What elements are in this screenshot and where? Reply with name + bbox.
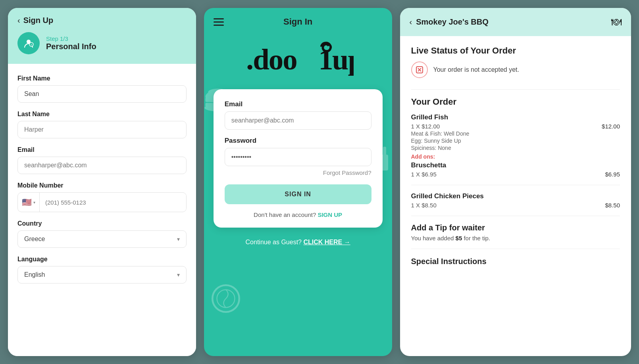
- deco-plate-icon: [208, 281, 244, 316]
- guest-link[interactable]: CLICK HERE →: [303, 239, 350, 245]
- item-price: $8.50: [605, 202, 620, 209]
- flag-emoji: 🇺🇸: [22, 197, 32, 207]
- item-qty: 1 X $12.00: [411, 123, 440, 130]
- last-name-input[interactable]: [17, 121, 187, 138]
- back-arrow-icon: ‹: [17, 16, 20, 25]
- signup-header: ‹ Sign Up ? Step 1/3 Personal Info: [8, 8, 196, 64]
- order-item: Grilled Fish 1 X $12.00 $12.00 Meat & Fi…: [411, 113, 620, 178]
- language-label: Language: [17, 256, 187, 263]
- forgot-password-link[interactable]: Forgot Password?: [323, 169, 371, 176]
- order-back-row: ‹ Smokey Joe's BBQ: [410, 17, 489, 27]
- step-text: Step 1/3 Personal Info: [46, 35, 96, 51]
- password-field-label: Password: [225, 137, 371, 145]
- svg-text:up: up: [332, 43, 353, 76]
- language-chevron-icon: ▾: [177, 272, 180, 278]
- country-chevron-icon: ▾: [177, 236, 180, 242]
- item-meta: Egg: Sunny Side Up: [411, 138, 620, 144]
- signup-body: First Name Last Name Email Mobile Number…: [8, 64, 196, 356]
- live-status-title: Live Status of Your Order: [411, 46, 620, 56]
- tip-desc-text: You have added: [411, 235, 454, 241]
- email-label: Email: [17, 146, 187, 153]
- signup-back-label: Sign Up: [23, 16, 54, 25]
- back-row[interactable]: ‹ Sign Up: [17, 16, 187, 25]
- language-select[interactable]: English ▾: [17, 266, 187, 284]
- x-icon: [416, 66, 423, 74]
- tip-amount: $5: [456, 235, 462, 241]
- divider: [411, 89, 620, 90]
- first-name-input[interactable]: [17, 85, 187, 103]
- country-label: Country: [17, 220, 187, 227]
- divider: [411, 249, 620, 249]
- flag-chevron-icon: ▾: [33, 200, 35, 205]
- signup-redirect-link[interactable]: SIGN UP: [318, 211, 342, 218]
- tip-section: Add a Tip for waiter You have added $5 f…: [411, 223, 620, 241]
- language-value: English: [24, 271, 45, 278]
- status-message: Your order is not accepted yet.: [433, 66, 519, 73]
- item-meta: Spiciness: None: [411, 145, 620, 151]
- signin-panel: Sign In .doo 1 up Email Password Forgot …: [204, 8, 392, 356]
- hamburger-line: [214, 25, 224, 26]
- last-name-group: Last Name: [17, 111, 187, 138]
- special-instructions-title: Special Instructions: [411, 257, 620, 266]
- email-group: Email: [17, 146, 187, 174]
- signup-panel: ‹ Sign Up ? Step 1/3 Personal Info First…: [8, 8, 196, 356]
- phone-input[interactable]: [40, 194, 186, 211]
- order-header: ‹ Smokey Joe's BBQ 🍽: [400, 8, 631, 36]
- language-group: Language English ▾: [17, 256, 187, 284]
- mobile-group: Mobile Number 🇺🇸 ▾: [17, 182, 187, 212]
- addon-qty: 1 X $6.95: [411, 171, 437, 178]
- first-name-label: First Name: [17, 75, 187, 82]
- mobile-label: Mobile Number: [17, 182, 187, 189]
- first-name-group: First Name: [17, 75, 187, 103]
- guest-row: Continue as Guest? CLICK HERE →: [204, 239, 392, 250]
- status-icon: [411, 61, 428, 78]
- register-row: Don't have an account? SIGN UP: [225, 211, 371, 218]
- step-row: ? Step 1/3 Personal Info: [17, 32, 187, 54]
- addon-qty-price-row: 1 X $6.95 $6.95: [411, 171, 620, 178]
- signin-page-title: Sign In: [283, 17, 312, 27]
- forgot-password-row: Forgot Password?: [225, 169, 371, 176]
- email-field-label: Email: [225, 100, 371, 108]
- svg-rect-11: [383, 147, 386, 157]
- signin-card: Email Password Forgot Password? SIGN IN …: [214, 89, 383, 228]
- addon-price: $6.95: [605, 171, 620, 178]
- country-select[interactable]: Greece ▾: [17, 230, 187, 248]
- signin-password-input[interactable]: [225, 148, 371, 166]
- step-number: Step 1/3: [46, 35, 96, 42]
- status-row: Your order is not accepted yet.: [411, 61, 620, 78]
- hamburger-menu-button[interactable]: [214, 18, 224, 26]
- addons-label: Add ons:: [411, 153, 620, 160]
- hamburger-line: [214, 18, 224, 19]
- divider: [411, 185, 620, 185]
- item-name: Grilled Fish: [411, 113, 620, 121]
- order-item: Grilled Chicken Pieces 1 X $8.50 $8.50: [411, 192, 620, 209]
- phone-flag-selector[interactable]: 🇺🇸 ▾: [18, 193, 40, 212]
- no-account-text: Don't have an account?: [254, 211, 316, 218]
- signin-button[interactable]: SIGN IN: [225, 184, 371, 204]
- country-value: Greece: [24, 236, 45, 243]
- item-name: Grilled Chicken Pieces: [411, 192, 620, 200]
- step-icon: ?: [17, 32, 40, 54]
- item-meta: Meat & Fish: Well Done: [411, 130, 620, 137]
- svg-text:.doo: .doo: [246, 43, 296, 76]
- step-title: Personal Info: [46, 42, 96, 51]
- country-group: Country Greece ▾: [17, 220, 187, 248]
- order-dish-icon[interactable]: 🍽: [611, 16, 622, 28]
- email-input[interactable]: [17, 157, 187, 174]
- signin-topbar: Sign In: [204, 8, 392, 27]
- item-qty-price-row: 1 X $12.00 $12.00: [411, 123, 620, 130]
- logo-svg: .doo 1 up: [243, 40, 354, 77]
- order-panel: ‹ Smokey Joe's BBQ 🍽 Live Status of Your…: [400, 8, 631, 356]
- svg-text:?: ?: [31, 43, 33, 47]
- divider: [411, 216, 620, 216]
- your-order-title: Your Order: [411, 97, 620, 107]
- signin-email-input[interactable]: [225, 111, 371, 130]
- item-qty-price-row: 1 X $8.50 $8.50: [411, 202, 620, 209]
- tip-title: Add a Tip for waiter: [411, 223, 620, 232]
- hamburger-line: [214, 21, 224, 23]
- phone-row: 🇺🇸 ▾: [17, 192, 187, 212]
- addon-name: Bruschetta: [411, 161, 620, 169]
- guest-text: Continue as Guest?: [246, 239, 302, 245]
- order-back-arrow-icon[interactable]: ‹: [410, 17, 412, 27]
- person-icon: ?: [23, 37, 35, 49]
